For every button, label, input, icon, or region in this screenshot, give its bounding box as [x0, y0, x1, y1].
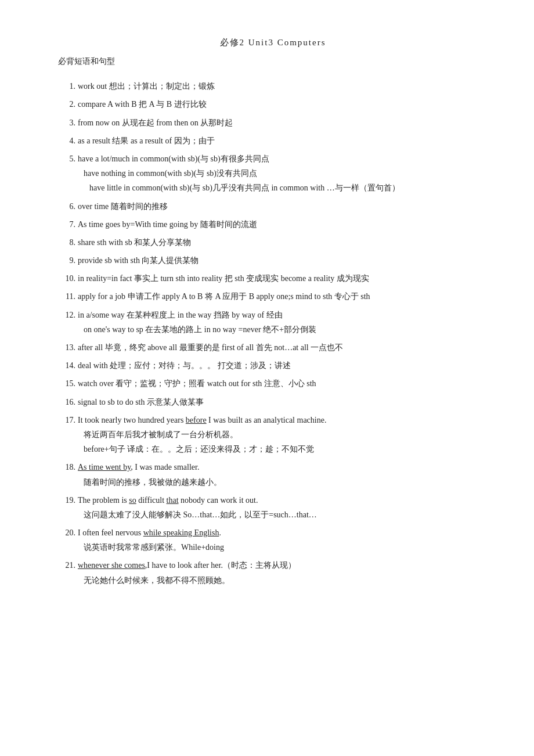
item-number: 5. [58, 152, 75, 166]
item-text: in reality=in fact 事实上 turn sth into rea… [78, 271, 488, 286]
item-number: 4. [58, 134, 75, 148]
list-item: 6. over time 随着时间的推移 [58, 199, 488, 214]
item-text: whenever she comes,I have to look after … [78, 558, 488, 587]
item-text: work out 想出；计算出；制定出；锻炼 [78, 79, 488, 93]
page-container: 必修2 Unit3 Computers 必背短语和句型 1. work out … [58, 35, 488, 588]
list-item: 3. from now on 从现在起 from then on 从那时起 [58, 116, 488, 130]
item-number: 9. [58, 253, 75, 268]
item-text: I often feel nervous while speaking Engl… [78, 525, 488, 555]
page-subtitle: 必背短语和句型 [58, 54, 488, 69]
item-text: deal with 处理；应付；对待；与。。。 打交道；涉及；讲述 [78, 358, 488, 373]
list-item: 18. As time went by, I was made smaller.… [58, 460, 488, 489]
list-item: 1. work out 想出；计算出；制定出；锻炼 [58, 79, 488, 93]
item-text: The problem is so difficult that nobody … [78, 493, 488, 522]
item-text: As time went by, I was made smaller. 随着时… [78, 460, 488, 489]
list-item: 16. signal to sb to do sth 示意某人做某事 [58, 395, 488, 409]
item-number: 15. [58, 376, 75, 391]
item-text: share sth with sb 和某人分享某物 [78, 235, 488, 250]
item-text: from now on 从现在起 from then on 从那时起 [78, 116, 488, 130]
item-number: 3. [58, 116, 75, 130]
item-number: 18. [58, 460, 75, 474]
list-item: 2. compare A with B 把 A 与 B 进行比较 [58, 97, 488, 111]
item-text: over time 随着时间的推移 [78, 199, 488, 214]
item-text: compare A with B 把 A 与 B 进行比较 [78, 97, 488, 111]
item-text: watch over 看守；监视；守护；照看 watch out for sth… [78, 376, 488, 391]
item-text: have a lot/much in common(with sb)(与 sb)… [78, 152, 488, 196]
list-item: 9. provide sb with sth 向某人提供某物 [58, 253, 488, 268]
item-number: 20. [58, 525, 75, 540]
item-number: 21. [58, 558, 75, 573]
list-item: 11. apply for a job 申请工作 apply A to B 将 … [58, 289, 488, 304]
item-text: apply for a job 申请工作 apply A to B 将 A 应用… [78, 289, 488, 304]
item-number: 16. [58, 395, 75, 409]
item-number: 17. [58, 413, 75, 427]
list-item: 7. As time goes by=With time going by 随着… [58, 217, 488, 232]
item-text: after all 毕竟，终究 above all 最重要的是 first of… [78, 340, 488, 355]
item-number: 2. [58, 97, 75, 111]
item-number: 1. [58, 79, 75, 93]
item-number: 8. [58, 235, 75, 250]
item-text: provide sb with sth 向某人提供某物 [78, 253, 488, 268]
page-title: 必修2 Unit3 Computers [58, 35, 488, 51]
item-text: As time goes by=With time going by 随着时间的… [78, 217, 488, 232]
list-item: 5. have a lot/much in common(with sb)(与 … [58, 152, 488, 196]
item-number: 7. [58, 217, 75, 232]
list-item: 14. deal with 处理；应付；对待；与。。。 打交道；涉及；讲述 [58, 358, 488, 373]
list-item: 21. whenever she comes,I have to look af… [58, 558, 488, 587]
item-text: in a/some way 在某种程度上 in the way 挡路 by wa… [78, 308, 488, 337]
list-item: 15. watch over 看守；监视；守护；照看 watch out for… [58, 376, 488, 391]
item-number: 14. [58, 358, 75, 373]
item-number: 6. [58, 199, 75, 214]
item-text: It took nearly two hundred years before … [78, 413, 488, 457]
list-item: 10. in reality=in fact 事实上 turn sth into… [58, 271, 488, 286]
list-item: 12. in a/some way 在某种程度上 in the way 挡路 b… [58, 308, 488, 337]
list-item: 4. as a result 结果 as a result of 因为；由于 [58, 134, 488, 148]
item-text: as a result 结果 as a result of 因为；由于 [78, 134, 488, 148]
item-number: 11. [58, 289, 75, 304]
list-item: 13. after all 毕竟，终究 above all 最重要的是 firs… [58, 340, 488, 355]
item-text: signal to sb to do sth 示意某人做某事 [78, 395, 488, 409]
list-item: 17. It took nearly two hundred years bef… [58, 413, 488, 457]
phrases-list: 1. work out 想出；计算出；制定出；锻炼 2. compare A w… [58, 79, 488, 588]
list-item: 20. I often feel nervous while speaking … [58, 525, 488, 555]
list-item: 8. share sth with sb 和某人分享某物 [58, 235, 488, 250]
list-item: 19. The problem is so difficult that nob… [58, 493, 488, 522]
item-number: 10. [58, 271, 75, 286]
item-number: 12. [58, 308, 75, 322]
item-number: 19. [58, 493, 75, 507]
item-number: 13. [58, 340, 75, 355]
